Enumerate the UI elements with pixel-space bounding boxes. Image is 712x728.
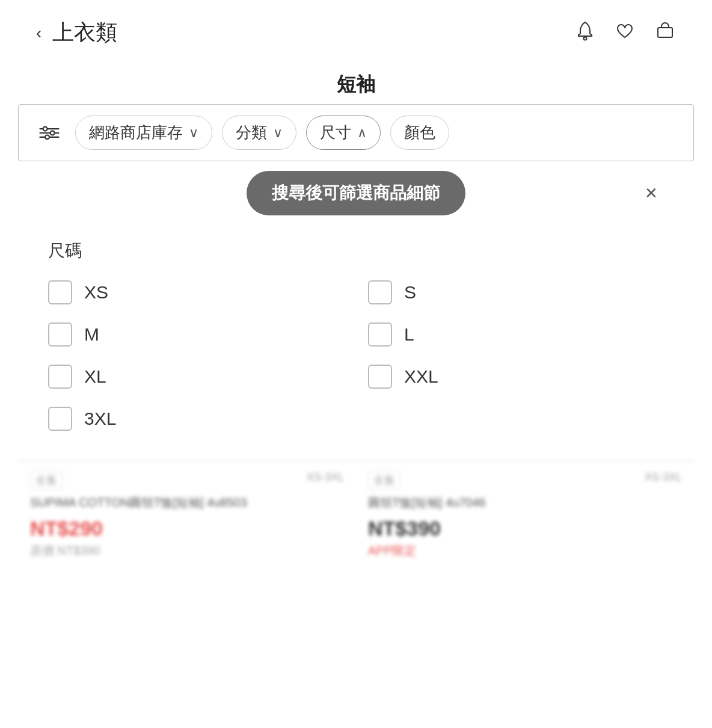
size-checkbox-l[interactable]	[368, 322, 392, 347]
product-tag-size-1: XS-3XL	[307, 471, 344, 489]
bell-icon[interactable]	[575, 20, 595, 46]
size-label-m: M	[84, 324, 99, 345]
size-section-label: 尺碼	[48, 239, 664, 262]
size-label-3xl: 3XL	[84, 409, 116, 429]
product-tag-row-2: 全集 XS-3XL	[368, 471, 682, 489]
filter-pill-size[interactable]: 尺寸 ∧	[306, 116, 381, 150]
cart-icon[interactable]	[654, 20, 676, 46]
size-label-xs: XS	[84, 282, 108, 303]
size-checkbox-3xl[interactable]	[48, 407, 72, 431]
size-checkbox-xl[interactable]	[48, 365, 72, 389]
size-item-l[interactable]: L	[368, 322, 664, 347]
size-item-xs[interactable]: XS	[48, 280, 344, 304]
product-name-1: SUPIMA COTTON圓領T恤[短袖] 4u8503	[30, 494, 344, 511]
filter-pill-size-label: 尺寸	[320, 122, 351, 143]
back-icon[interactable]: ‹	[36, 23, 41, 43]
product-tag-label-2: 全集	[368, 471, 400, 489]
size-item-xxl[interactable]: XXL	[368, 365, 664, 389]
product-tag-label-1: 全集	[30, 471, 63, 489]
filter-bar: 網路商店庫存 ∨ 分類 ∨ 尺寸 ∧ 顏色	[33, 116, 679, 150]
filter-pill-category[interactable]: 分類 ∨	[222, 116, 296, 150]
size-section: 尺碼 XS S M L XL XXL	[0, 215, 712, 443]
chevron-down-icon-category: ∨	[273, 125, 283, 141]
top-nav: ‹ 上衣類	[0, 0, 712, 60]
nav-title: 上衣類	[52, 18, 117, 48]
heart-icon[interactable]	[615, 20, 635, 46]
size-label-xl: XL	[84, 366, 106, 387]
product-card-1[interactable]: 全集 XS-3XL SUPIMA COTTON圓領T恤[短袖] 4u8503 N…	[18, 461, 356, 573]
svg-point-6	[51, 131, 55, 135]
filter-bar-wrapper: 網路商店庫存 ∨ 分類 ∨ 尺寸 ∧ 顏色	[18, 104, 694, 161]
product-tag-size-2: XS-3XL	[645, 471, 682, 489]
nav-left: ‹ 上衣類	[36, 18, 117, 48]
svg-point-5	[43, 126, 48, 131]
filter-pill-color[interactable]: 顏色	[390, 116, 449, 150]
page-title-section: 短袖	[0, 60, 712, 104]
size-label-l: L	[404, 324, 414, 345]
product-app-label-2: APP限定	[368, 543, 682, 559]
svg-point-7	[45, 135, 49, 139]
size-label-xxl: XXL	[404, 366, 438, 387]
size-checkbox-xxl[interactable]	[368, 365, 392, 389]
tooltip-text: 搜尋後可篩選商品細節	[272, 184, 440, 202]
size-checkbox-m[interactable]	[48, 322, 72, 347]
size-item-xl[interactable]: XL	[48, 365, 344, 389]
product-price-1: NT$290	[30, 517, 344, 540]
tooltip-close-icon[interactable]: ✕	[645, 184, 658, 203]
size-checkbox-s[interactable]	[368, 280, 392, 304]
filter-pill-color-label: 顏色	[404, 122, 435, 143]
product-tag-row-1: 全集 XS-3XL	[30, 471, 344, 489]
svg-rect-1	[658, 28, 672, 37]
filter-pill-store[interactable]: 網路商店庫存 ∨	[75, 116, 212, 150]
nav-right	[575, 20, 676, 46]
filter-pill-store-label: 網路商店庫存	[89, 122, 183, 143]
tooltip-bubble: 搜尋後可篩選商品細節	[247, 171, 465, 215]
filter-icon-button[interactable]	[33, 121, 66, 145]
size-item-s[interactable]: S	[368, 280, 664, 304]
size-label-s: S	[404, 282, 416, 303]
product-original-price-1: 原價 NT$390	[30, 543, 344, 559]
page-title: 短袖	[0, 72, 712, 98]
chevron-up-icon-size: ∧	[357, 125, 367, 141]
size-grid: XS S M L XL XXL 3XL	[48, 280, 664, 431]
size-item-m[interactable]: M	[48, 322, 344, 347]
size-item-3xl[interactable]: 3XL	[48, 407, 344, 431]
product-name-2: 圓領T恤[短袖] 4u7046	[368, 494, 682, 511]
product-card-2[interactable]: 全集 XS-3XL 圓領T恤[短袖] 4u7046 NT$390 APP限定	[356, 461, 694, 573]
products-area: 全集 XS-3XL SUPIMA COTTON圓領T恤[短袖] 4u8503 N…	[18, 461, 694, 573]
chevron-down-icon-store: ∨	[189, 125, 198, 141]
product-price-2: NT$390	[368, 517, 682, 540]
size-checkbox-xs[interactable]	[48, 280, 72, 304]
filter-pill-category-label: 分類	[236, 122, 267, 143]
svg-point-0	[584, 37, 587, 40]
tooltip-area: 搜尋後可篩選商品細節 ✕	[18, 171, 694, 215]
